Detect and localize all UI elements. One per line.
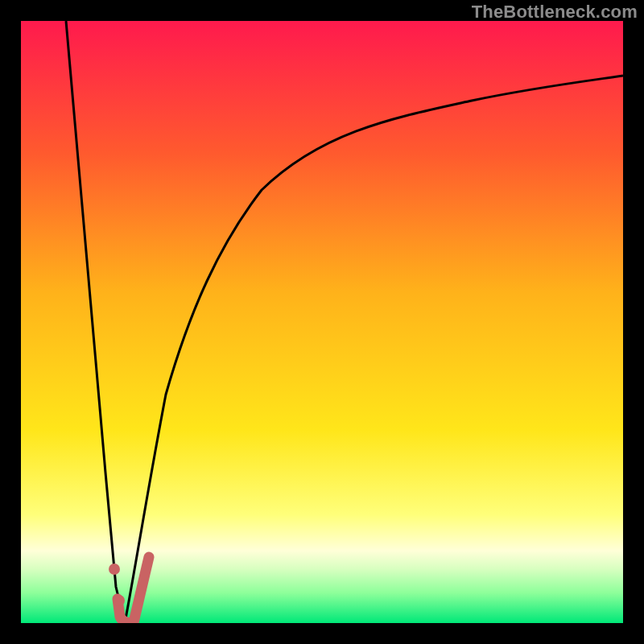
watermark-text: TheBottleneck.com	[472, 2, 638, 23]
chart-frame: TheBottleneck.com	[0, 0, 644, 644]
chart-svg	[21, 21, 623, 623]
plot-area	[21, 21, 623, 623]
marker-dot-upper	[109, 564, 120, 575]
marker-dot-lower	[114, 595, 125, 606]
